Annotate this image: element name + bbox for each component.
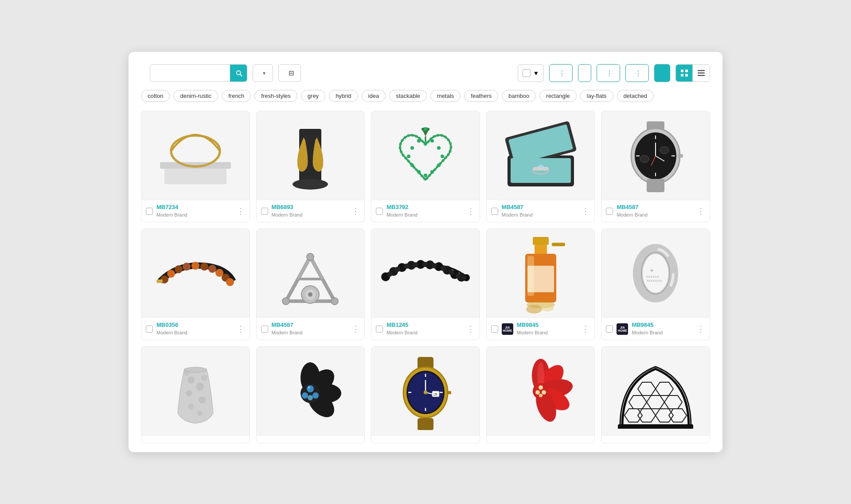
tag-chip-hybrid[interactable]: hybrid — [329, 90, 358, 102]
product-footer — [487, 435, 595, 443]
search-button[interactable] — [230, 64, 247, 82]
svg-point-53 — [183, 263, 191, 271]
svg-point-91 — [462, 275, 466, 280]
product-menu-button[interactable]: ⋮ — [697, 324, 705, 334]
svg-point-122 — [307, 385, 314, 392]
product-id[interactable]: MB1245 — [386, 322, 463, 328]
svg-point-104 — [641, 252, 670, 294]
product-id[interactable]: MB6893 — [272, 204, 348, 210]
svg-point-82 — [387, 271, 392, 277]
product-checkbox[interactable] — [376, 326, 383, 333]
product-checkbox[interactable] — [606, 208, 613, 215]
svg-rect-46 — [678, 154, 683, 158]
all-dropdown[interactable]: ▼ — [253, 64, 273, 82]
sell-button[interactable]: ⋮ — [625, 64, 649, 82]
product-checkbox[interactable] — [261, 326, 268, 333]
chevron-down-icon: ▼ — [262, 71, 266, 76]
tag-chip-denim-rustic[interactable]: denim-rustic — [173, 90, 218, 102]
svg-point-125 — [308, 395, 313, 400]
product-image — [257, 229, 365, 318]
tag-chip-detached[interactable]: detached — [617, 90, 654, 102]
product-footer: MB1245Modern Brand⋮ — [371, 318, 480, 340]
tag-chip-fresh-styles[interactable]: fresh-styles — [254, 90, 297, 102]
svg-rect-98 — [527, 266, 554, 292]
tag-chip-stackable[interactable]: stackable — [389, 90, 427, 102]
product-checkbox[interactable] — [146, 208, 153, 215]
product-id[interactable]: MB7234 — [156, 204, 233, 210]
product-menu-button[interactable]: ⋮ — [582, 206, 590, 216]
tag-chip-idea[interactable]: idea — [362, 90, 386, 102]
product-checkbox[interactable] — [376, 208, 383, 215]
tag-chip-feathers[interactable]: feathers — [464, 90, 498, 102]
svg-point-57 — [215, 269, 223, 277]
tag-button[interactable] — [578, 64, 591, 82]
svg-text:XXXXXXXX: XXXXXXXX — [647, 279, 662, 282]
tag-chip-french[interactable]: french — [222, 90, 251, 102]
product-menu-button[interactable]: ⋮ — [237, 324, 245, 334]
svg-point-70 — [331, 298, 338, 305]
product-id[interactable]: MB4587 — [617, 204, 693, 210]
product-menu-button[interactable]: ⋮ — [237, 206, 245, 216]
product-brand: Modern Brand — [156, 330, 187, 335]
product-checkbox[interactable] — [606, 326, 613, 333]
more-button[interactable]: ⋮ — [549, 64, 573, 82]
buy-button[interactable]: ⋮ — [597, 64, 620, 82]
filter-button[interactable]: ⊟ — [278, 64, 301, 82]
tag-chip-lay-flats[interactable]: lay-flats — [580, 90, 613, 102]
product-checkbox[interactable] — [146, 326, 153, 333]
product-footer — [601, 435, 710, 443]
tag-chip-rectangle[interactable]: rectangle — [539, 90, 576, 102]
svg-point-69 — [282, 298, 289, 305]
product-card: MB1245Modern Brand⋮ — [371, 229, 480, 340]
product-card: 15 — [371, 346, 480, 443]
product-menu-button[interactable]: ⋮ — [351, 324, 360, 334]
svg-point-49 — [660, 147, 669, 154]
product-menu-button[interactable]: ⋮ — [467, 324, 475, 334]
product-id[interactable]: MB9845 — [517, 322, 578, 328]
svg-point-55 — [200, 263, 208, 271]
product-id[interactable]: MB4567 — [272, 322, 348, 328]
svg-point-22 — [430, 170, 434, 174]
product-info: MB4587Modern Brand — [502, 204, 578, 218]
tag-chip-metals[interactable]: metals — [430, 90, 461, 102]
product-id[interactable]: MB4587 — [502, 204, 578, 210]
brand-logo: JIAHOME — [617, 323, 628, 335]
product-id[interactable]: MB3792 — [386, 204, 463, 210]
svg-text:XXXXXX: XXXXXX — [646, 275, 659, 279]
product-checkbox[interactable] — [261, 208, 268, 215]
product-checkbox[interactable] — [491, 208, 498, 215]
product-menu-button[interactable]: ⋮ — [697, 206, 705, 216]
svg-point-149 — [539, 385, 543, 390]
svg-point-89 — [449, 270, 454, 275]
select-all-checkbox[interactable]: ▼ — [518, 64, 544, 82]
create-product-button[interactable] — [654, 64, 670, 82]
product-image: ✛ XXXXXX XXXXXXXX — [601, 229, 710, 318]
product-menu-button[interactable]: ⋮ — [582, 324, 590, 334]
list-view-button[interactable] — [693, 65, 710, 81]
svg-rect-141 — [418, 418, 433, 430]
svg-rect-0 — [681, 70, 683, 72]
product-id[interactable]: MB0356 — [156, 322, 233, 328]
svg-point-101 — [541, 304, 554, 311]
svg-point-109 — [196, 383, 204, 391]
search-input[interactable] — [150, 65, 230, 81]
product-footer — [141, 435, 250, 443]
product-id[interactable]: MB9845 — [632, 322, 693, 328]
svg-point-15 — [410, 146, 414, 150]
svg-rect-3 — [685, 74, 688, 77]
dots-icon: ⋮ — [635, 69, 642, 78]
svg-point-68 — [307, 253, 314, 260]
svg-point-139 — [424, 391, 427, 394]
product-image — [371, 229, 480, 318]
svg-point-25 — [410, 163, 414, 167]
svg-rect-7 — [164, 167, 226, 184]
product-menu-button[interactable]: ⋮ — [351, 206, 360, 216]
tag-chip-grey[interactable]: grey — [301, 90, 325, 102]
product-footer — [371, 435, 480, 443]
tag-chip-bamboo[interactable]: bamboo — [502, 90, 536, 102]
product-menu-button[interactable]: ⋮ — [467, 206, 475, 216]
svg-point-48 — [640, 155, 649, 163]
product-checkbox[interactable] — [491, 326, 498, 333]
grid-view-button[interactable] — [676, 65, 693, 81]
tag-chip-cotton[interactable]: cotton — [141, 90, 170, 102]
